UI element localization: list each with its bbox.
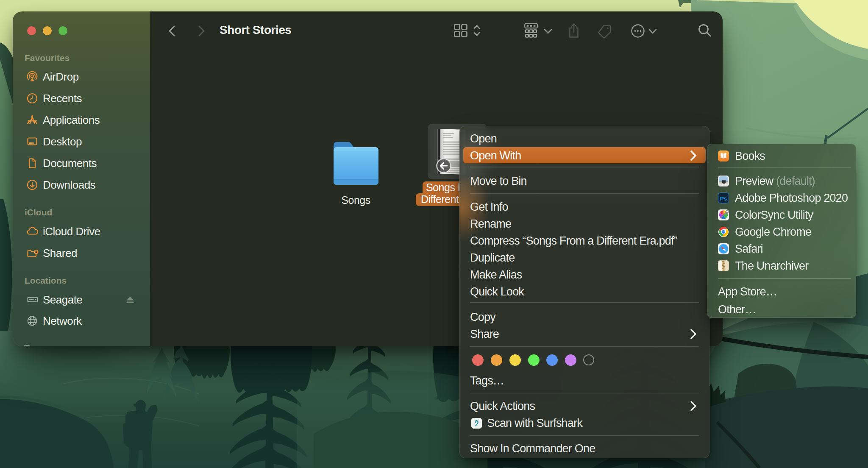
svg-text:Ps: Ps — [720, 195, 727, 202]
